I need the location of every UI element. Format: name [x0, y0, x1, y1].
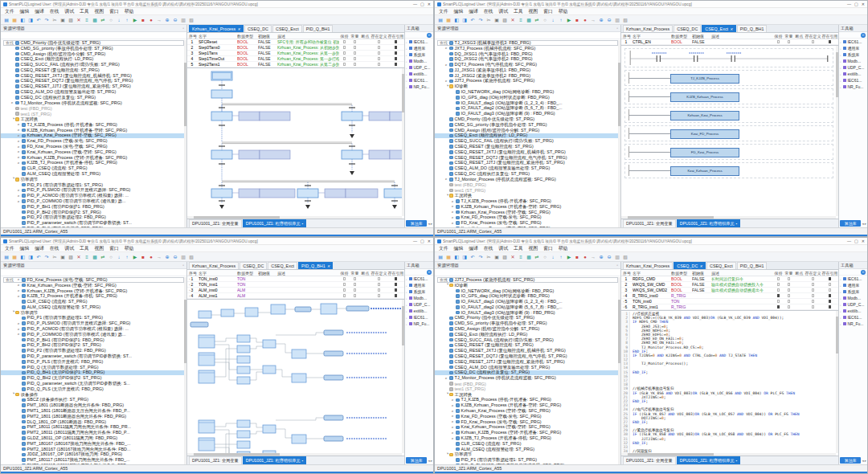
- tree-item[interactable]: ▸ 工况转换: [1, 116, 186, 122]
- redo-icon[interactable]: ↷: [43, 254, 50, 260]
- tree-item[interactable]: ▸ CSEQ_ALM_DO (流程报警及输出处理: ST_PRG): [1, 89, 186, 95]
- menu-item[interactable]: 视图: [529, 8, 538, 15]
- chevron-right-icon[interactable]: ▸: [11, 117, 16, 121]
- menu-item[interactable]: 工具: [514, 245, 523, 252]
- cut-icon[interactable]: ✂: [51, 254, 58, 260]
- offline-icon[interactable]: ○: [108, 254, 114, 260]
- tree-scrollbar[interactable]: [618, 40, 620, 227]
- toolbox-item[interactable]: › UDP_C...: [405, 64, 433, 71]
- tree-item[interactable]: ▸ KJZB_TJ_Process (开机准备-停机: SFC_PRG): [1, 293, 186, 299]
- toolbox-item[interactable]: › 系统库: [839, 51, 867, 58]
- download-icon[interactable]: ↓: [550, 17, 556, 23]
- upload-icon[interactable]: ↑: [558, 254, 564, 260]
- table-row[interactable]: ›1 TON_inst0 TON: [187, 276, 404, 282]
- menu-item[interactable]: 工具: [514, 8, 523, 15]
- scroll-right-icon[interactable]: ▸: [865, 459, 866, 463]
- menu-item[interactable]: 帮助: [125, 245, 134, 252]
- constant-checkbox[interactable]: [354, 40, 357, 43]
- tree-item[interactable]: ▸ PID_Q_parameter_switch (无功调节PID参数切换: S…: [1, 381, 186, 386]
- tree-item[interactable]: ▸ Kzai_Kzhuan_Process (空载-空转: SFC_PRG): [435, 226, 620, 227]
- menu-item[interactable]: 编译: [469, 8, 478, 15]
- retain-checkbox[interactable]: [777, 305, 780, 309]
- constant-checkbox[interactable]: [788, 283, 791, 286]
- tree-item[interactable]: ▸ PID_P_COMMOD (有功调节功率模式 (通讯量) 选...: [1, 198, 186, 204]
- tree-item[interactable]: ▸ TJ_KJZB_Process (停机-开机准备: SFC_PRG): [1, 122, 186, 128]
- menu-item[interactable]: 文件: [5, 245, 14, 252]
- chevron-right-icon[interactable]: ▸: [445, 393, 450, 397]
- tree-item[interactable]: ▸ PMT2_18011 (18011隔离刀闸合闸允许条件: FBD_P...: [1, 430, 186, 435]
- ld-rung[interactable]: Kzhuan_Kzai_Process: [624, 107, 833, 123]
- menu-item[interactable]: 帮助: [559, 245, 568, 252]
- tree-item[interactable]: ▸ IO诊断: [435, 84, 620, 89]
- tree-item[interactable]: ▸ IO_FAULT_diag2 (IO站故障诊断 (5_6_7_8) : FB…: [435, 106, 620, 112]
- menu-item[interactable]: 窗口: [109, 8, 119, 15]
- menu-item[interactable]: 窗口: [109, 245, 119, 252]
- toolbox-item[interactable]: › IEC61...: [405, 39, 433, 45]
- algorithm-library-button[interactable]: 算法库: [840, 220, 861, 227]
- tree-item[interactable]: ▸ CSEQ_RESET_JXTJ (复位顺控流程_机械停机: ST_PRG): [435, 149, 620, 155]
- document-tab[interactable]: CSEQ_DC✕: [244, 25, 272, 32]
- close-tab-icon[interactable]: ▪: [736, 459, 738, 463]
- close-tab-icon[interactable]: ✕: [237, 27, 240, 31]
- toolbox-item[interactable]: › NR_Fu...: [405, 84, 433, 90]
- tree-item[interactable]: ▸ 工况转换: [435, 392, 620, 398]
- undo-icon[interactable]: ↶: [35, 254, 42, 260]
- constant-checkbox[interactable]: [354, 294, 357, 297]
- tree-item[interactable]: ▸ GLDZ_18011_OP (18011隔离刀闸: FBD_PRG): [1, 435, 186, 441]
- ld-rung[interactable]: FD_Kzai_Process: [624, 144, 833, 160]
- scroll-right-icon[interactable]: ▸: [865, 222, 866, 226]
- tree-item[interactable]: ▸ ALM_CSEQ (流程报警处理: ST_PRG): [435, 447, 620, 452]
- maximize-button[interactable]: ▢: [420, 2, 424, 7]
- bottom-tab[interactable]: DPU1001_JZ1: 程序组织单元▪: [677, 456, 741, 464]
- tree-item[interactable]: ▸ PID_Q_BH1 (无功PID保护1: FBD_PRG): [1, 370, 186, 376]
- online-icon[interactable]: ⇄: [534, 254, 540, 260]
- tree-item[interactable]: ▸ TJ_KJZB_Process (停机-开机准备: SFC_PRG): [435, 198, 620, 204]
- scroll-left-icon[interactable]: ◂: [428, 222, 429, 226]
- table-row[interactable]: ›3 WKQS_SW_CMD2 BOOL FALSE 输出模式切换自动切换退出令: [621, 288, 838, 293]
- retain-checkbox[interactable]: [343, 294, 346, 297]
- save-icon[interactable]: ◧: [19, 254, 26, 260]
- editor-horizontal-scrollbar[interactable]: [187, 453, 402, 456]
- zoom-out-icon[interactable]: ⊖: [606, 17, 612, 23]
- tree-item[interactable]: ▸ PID_P_BH2 (有功PID保护2: ST_PRG): [1, 210, 186, 215]
- tree-item[interactable]: ▸ DLQ_1801_OP (1801断路器: FBD_PRG): [1, 419, 186, 425]
- toolbox-item[interactable]: › IEC61...: [839, 77, 867, 84]
- ld-function-block[interactable]: Kzai_Kzhuan_Process: [670, 166, 739, 176]
- tree-item[interactable]: ▸ PID_P_BH1 (有功PID保护1: FBD_PRG): [1, 337, 186, 343]
- tree-item[interactable]: ▸ FD_Kzai_Process (发电-空载: SFC_PRG): [435, 220, 620, 226]
- expand-row-icon[interactable]: ›: [189, 277, 190, 281]
- offline-icon[interactable]: ○: [542, 17, 548, 23]
- toolbox-item[interactable]: › exitlib...: [405, 71, 433, 77]
- tree-item[interactable]: ▸ PID_P1 (有功调节数据处理1: ST_PRG): [1, 316, 186, 321]
- tree-item[interactable]: ▸ CSEQ_RESET_DQTJ (复位顺控流程_电气停机: ST_PRG): [1, 79, 186, 84]
- copy-icon[interactable]: ▣: [59, 17, 66, 23]
- tree-item[interactable]: ▸ PID_P_PLSMOD (有功调节开度模式选择: SFC_PRG): [1, 188, 186, 194]
- editor-vertical-scrollbar[interactable]: [402, 300, 404, 453]
- constant-checkbox[interactable]: [354, 283, 357, 286]
- tree-item[interactable]: ▸ CSEQ_RESET_JJTJ (复位顺控流程_紧急停机: ST_PRG): [435, 359, 620, 365]
- close-tab-icon[interactable]: ▪: [302, 459, 304, 463]
- toolbox-item[interactable]: › IEC61...: [405, 77, 433, 84]
- cascade-window-icon[interactable]: ▧: [622, 254, 628, 260]
- copy-icon[interactable]: ▣: [493, 17, 500, 23]
- tree-item[interactable]: ▸ PID_P_COMMOD (有功调节功率模式 (通讯量) 选...: [1, 332, 186, 337]
- zoom-in-icon[interactable]: ⊕: [164, 254, 170, 260]
- save-icon[interactable]: ◧: [453, 17, 460, 23]
- search-icon[interactable]: ⊙: [861, 270, 866, 275]
- constant-checkbox[interactable]: [788, 300, 791, 303]
- tile-window-icon[interactable]: ▥: [614, 17, 620, 23]
- tree-item[interactable]: ▸ PID_P_PLS (有功开度模式: FBD_PRG): [1, 359, 186, 365]
- copy-icon[interactable]: ▣: [493, 254, 500, 260]
- tree-item[interactable]: ▸ PID_P_AOMOD (有功调节功率模式 (模拟量) 选择: ...: [1, 193, 186, 198]
- menu-item[interactable]: 窗口: [543, 8, 553, 15]
- delete-icon[interactable]: ✕: [510, 254, 516, 260]
- build-all-icon[interactable]: ▩: [92, 254, 98, 260]
- minimize-button[interactable]: —: [847, 2, 851, 7]
- tree-item[interactable]: ▸ PMT2_180167 (180167接地刀闸合闸允许条件: FBD...: [1, 447, 186, 452]
- retain-checkbox[interactable]: [777, 40, 780, 43]
- tree-item[interactable]: ▸ KJZB_Kzhuan_Process (开机准备-空转: SFC_PRG): [435, 402, 620, 408]
- tree-item[interactable]: ▸ KJZB_Kzhuan_Process (开机准备-空转: SFC_PRG): [435, 204, 620, 210]
- step-icon[interactable]: →: [590, 254, 596, 260]
- constant-checkbox[interactable]: [788, 305, 791, 309]
- tree-item[interactable]: ▸ Kzhuan_Kzai_Process (空转-空载: SFC_PRG): [435, 210, 620, 215]
